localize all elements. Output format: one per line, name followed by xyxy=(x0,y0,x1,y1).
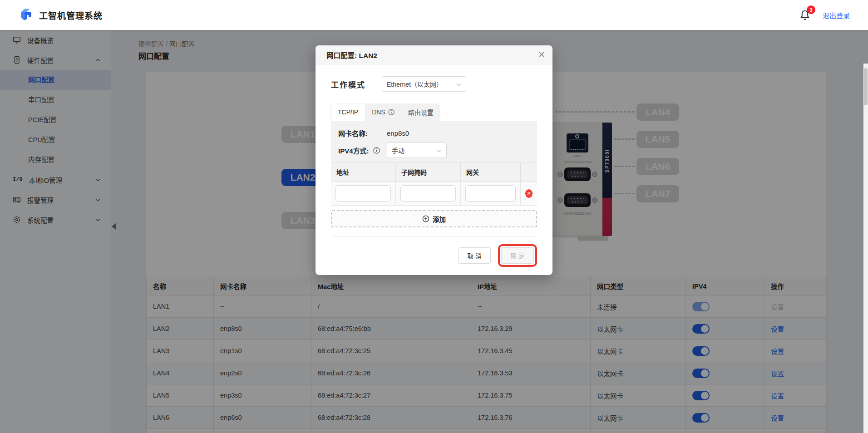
scrollbar-thumb[interactable] xyxy=(864,68,868,105)
annotation-highlight: 确 定 xyxy=(498,244,537,267)
nic-name-label: 网卡名称: xyxy=(338,128,387,138)
dialog-tabs: TCP/IPDNS路由设置 xyxy=(331,103,440,121)
nic-name-value: enp8s0 xyxy=(387,129,409,137)
app-header: 工智机管理系统 3 退出登录 xyxy=(0,0,868,30)
work-mode-label: 工作模式 xyxy=(331,79,365,90)
add-row-label: 添加 xyxy=(433,214,446,224)
cancel-button[interactable]: 取 消 xyxy=(458,247,491,264)
notification-badge: 3 xyxy=(807,5,815,14)
dialog-footer: 取 消 确 定 xyxy=(331,236,537,267)
grid-header-cell: 子网掩码 xyxy=(396,163,461,181)
ipv4-mode-select[interactable]: 手动 xyxy=(387,143,447,158)
close-icon[interactable]: ✕ xyxy=(538,50,545,59)
port-config-dialog: 网口配置: LAN2 ✕ 工作模式 Ethernet（以太网） TCP/IPDN… xyxy=(316,45,552,275)
logout-link[interactable]: 退出登录 xyxy=(823,10,850,20)
dialog-body: 工作模式 Ethernet（以太网） TCP/IPDNS路由设置 网卡名称: e… xyxy=(316,64,552,275)
info-icon[interactable] xyxy=(373,147,380,154)
work-mode-select[interactable]: Ethernet（以太网） xyxy=(382,76,466,92)
ipv4-mode-value: 手动 xyxy=(392,146,404,155)
scrollbar[interactable] xyxy=(863,64,868,433)
chevron-down-icon xyxy=(456,80,461,88)
logo-icon xyxy=(18,7,34,23)
tab--[interactable]: 路由设置 xyxy=(401,103,440,121)
work-mode-row: 工作模式 Ethernet（以太网） xyxy=(331,76,537,92)
nic-name-row: 网卡名称: enp8s0 xyxy=(338,126,530,140)
dialog-header: 网口配置: LAN2 ✕ xyxy=(316,45,552,64)
address-input[interactable] xyxy=(335,185,391,202)
app-logo: 工智机管理系统 xyxy=(18,7,103,23)
plus-circle-icon xyxy=(422,215,429,222)
add-row-button[interactable]: 添加 xyxy=(331,210,537,227)
ip-address-grid: 地址子网掩码网关 ✕ xyxy=(331,162,537,206)
grid-header-cell: 网关 xyxy=(461,163,521,181)
tcpip-panel: 网卡名称: enp8s0 IPV4方式: 手动 xyxy=(331,121,537,206)
gateway-input[interactable] xyxy=(465,185,516,202)
grid-header-cell xyxy=(521,163,537,181)
app-title: 工智机管理系统 xyxy=(39,9,103,21)
header-right: 3 退出登录 xyxy=(799,9,850,21)
notification-bell[interactable]: 3 xyxy=(799,9,811,21)
netmask-input[interactable] xyxy=(400,185,456,202)
confirm-button[interactable]: 确 定 xyxy=(501,247,534,264)
tab-tcp-ip[interactable]: TCP/IP xyxy=(331,103,365,121)
grid-header-cell: 地址 xyxy=(331,163,396,181)
chevron-down-icon xyxy=(437,147,442,154)
delete-row-icon[interactable]: ✕ xyxy=(525,189,533,198)
ipv4-mode-label: IPV4方式: xyxy=(338,146,387,155)
ipv4-mode-row: IPV4方式: 手动 xyxy=(338,143,530,158)
ipv4-mode-label-text: IPV4方式: xyxy=(338,146,369,155)
work-mode-value: Ethernet（以太网） xyxy=(387,79,443,89)
ip-address-row: ✕ xyxy=(331,182,537,206)
info-icon xyxy=(388,109,395,115)
dialog-title: 网口配置: LAN2 xyxy=(326,50,377,60)
tab-dns[interactable]: DNS xyxy=(365,103,401,121)
